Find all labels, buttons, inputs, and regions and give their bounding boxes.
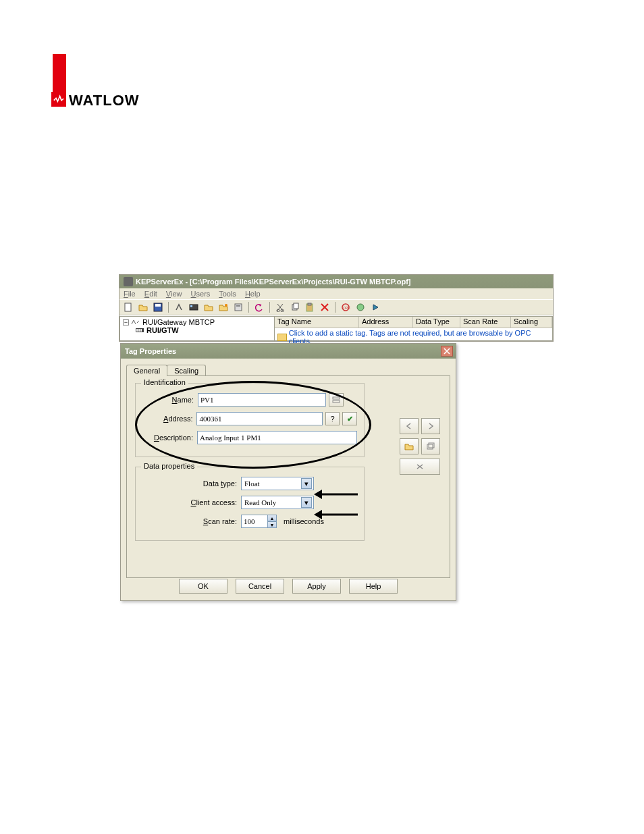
description-input[interactable] [197,431,357,444]
scanrate-unit: milliseconds [284,517,324,525]
name-label: Name: [142,396,194,404]
data-properties-group: Data properties Data type: Float ▾ Clien… [135,467,365,541]
svg-rect-13 [308,303,311,305]
delete-icon[interactable] [319,301,331,313]
hint-folder-icon [277,334,287,341]
menu-file[interactable]: File [124,290,136,298]
svg-rect-0 [125,303,131,311]
name-browse-button[interactable] [329,393,344,407]
datatype-select[interactable]: Float ▾ [241,477,314,490]
menu-edit[interactable]: Edit [144,290,157,298]
svg-rect-7 [236,305,240,307]
channel-hand-icon [131,318,140,326]
data-props-title: Data properties [141,462,197,470]
next-tag-button[interactable] [421,418,440,434]
tab-page-general: Identification Name: Address: ? ✔ Descri… [126,375,450,578]
menu-users[interactable]: Users [191,290,211,298]
tree-channel[interactable]: − RUI/Gateway MBTCP [123,318,271,326]
address-label: Address: [142,415,192,423]
address-input[interactable] [196,412,322,425]
kepserver-window: KEPServerEx - [C:\Program Files\KEPServe… [119,274,554,342]
spin-up-icon[interactable]: ▲ [267,515,277,521]
dialog-title: Tag Properties [125,347,176,355]
new-group-icon[interactable] [203,301,215,313]
client-access-select[interactable]: Read Only ▾ [241,496,314,509]
paste-icon[interactable] [304,301,316,313]
col-address[interactable]: Address [359,317,413,328]
delete-tag-button[interactable] [400,459,440,475]
content-row: − RUI/Gateway MBTCP RUI/GTW Tag Name Add… [119,315,553,341]
svg-rect-2 [155,304,161,307]
dialog-titlebar: Tag Properties [121,344,456,359]
svg-rect-24 [429,443,434,448]
col-tagname[interactable]: Tag Name [275,317,359,328]
menu-tools[interactable]: Tools [219,290,236,298]
device-icon[interactable] [188,301,200,313]
scanrate-input[interactable] [241,515,268,528]
new-tag-icon[interactable] [217,301,230,313]
identification-title: Identification [141,378,188,386]
identification-group: Identification Name: Address: ? ✔ Descri… [135,383,365,457]
new-folder-button[interactable] [400,438,419,454]
svg-rect-21 [333,397,340,399]
svg-rect-20 [140,329,142,332]
chevron-down-icon: ▾ [301,497,312,508]
dialog-buttons: OK Cancel Apply Help [121,579,456,594]
connect-icon[interactable] [354,301,367,313]
opc-icon[interactable]: OPC [340,301,352,313]
save-icon[interactable] [152,301,164,313]
tag-properties-dialog: Tag Properties General Scaling Identific… [120,343,456,601]
new-icon[interactable] [122,301,134,313]
client-access-value: Read Only [244,498,276,506]
prev-tag-button[interactable] [400,418,419,434]
col-scaling[interactable]: Scaling [511,317,552,328]
svg-rect-19 [138,329,140,332]
name-input[interactable] [198,393,326,407]
spin-down-icon[interactable]: ▼ [267,521,277,528]
tree-device[interactable]: RUI/GTW [135,326,271,334]
tab-scaling[interactable]: Scaling [167,365,206,376]
svg-text:OPC: OPC [343,306,350,310]
help-button[interactable]: Help [349,579,398,594]
window-titlebar: KEPServerEx - [C:\Program Files\KEPServe… [119,275,553,288]
chevron-down-icon: ▾ [301,478,312,489]
app-icon [124,277,133,286]
watlow-logo: WATLOW [53,54,140,107]
cancel-button[interactable]: Cancel [236,579,284,594]
tab-general[interactable]: General [126,365,167,376]
undo-icon[interactable] [253,301,265,313]
logo-badge-icon [51,92,66,107]
device-label: RUI/GTW [146,326,179,334]
svg-rect-22 [333,400,340,402]
ok-button[interactable]: OK [179,579,227,594]
duplicate-button[interactable] [421,438,440,454]
svg-rect-6 [235,304,242,311]
tab-container: General Scaling Identification Name: Add… [121,359,456,578]
properties-icon[interactable] [232,301,244,313]
logo-text: WATLOW [69,92,140,109]
window-title: KEPServerEx - [C:\Program Files\KEPServe… [136,275,411,288]
svg-rect-23 [427,444,433,449]
svg-point-16 [357,304,364,311]
apply-button[interactable]: Apply [292,579,341,594]
project-tree[interactable]: − RUI/Gateway MBTCP RUI/GTW [119,316,275,341]
menu-view[interactable]: View [166,290,182,298]
col-scanrate[interactable]: Scan Rate [460,317,511,328]
open-icon[interactable] [137,301,149,313]
address-help-button[interactable]: ? [325,412,340,425]
close-icon[interactable] [441,346,453,357]
cut-icon[interactable] [274,301,286,313]
address-validate-button[interactable]: ✔ [342,412,357,425]
runtime-icon[interactable] [369,301,381,313]
tree-collapse-icon[interactable]: − [123,319,129,325]
menubar: File Edit View Users Tools Help [119,288,553,299]
channel-icon[interactable] [173,301,185,313]
svg-rect-18 [136,329,138,332]
col-datatype[interactable]: Data Type [413,317,460,328]
svg-rect-11 [294,303,298,309]
grid-header: Tag Name Address Data Type Scan Rate Sca… [275,317,552,328]
channel-label: RUI/Gateway MBTCP [142,318,215,326]
scanrate-spinner[interactable]: ▲ ▼ [241,515,277,528]
copy-icon[interactable] [289,301,301,313]
menu-help[interactable]: Help [245,290,261,298]
